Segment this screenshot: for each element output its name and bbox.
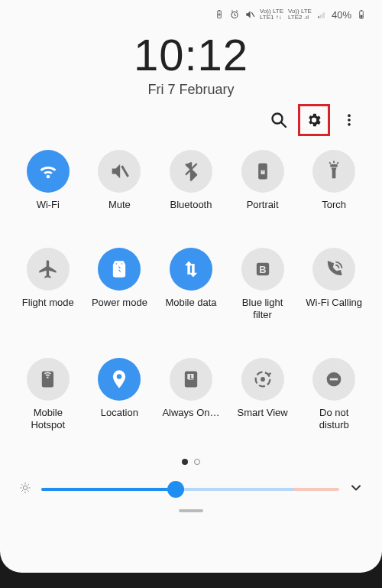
svg-rect-4	[318, 16, 319, 18]
svg-point-26	[47, 377, 48, 378]
svg-line-40	[21, 484, 23, 486]
tile-hotspot[interactable]: Mobile Hotspot	[15, 358, 81, 431]
tile-label: Flight mode	[22, 297, 74, 309]
svg-point-32	[261, 377, 265, 382]
location-icon	[98, 358, 141, 401]
sim2-status: Vo)) LTE LTE2 .ıl	[288, 8, 312, 21]
settings-button[interactable]	[302, 108, 326, 132]
tile-label: Blue light filter	[232, 297, 293, 321]
tile-label: Wi-Fi	[37, 199, 60, 211]
gear-icon	[306, 112, 322, 128]
tile-label: Always On…	[162, 407, 219, 419]
tile-label: Mute	[108, 199, 131, 211]
tile-flight[interactable]: Flight mode	[15, 248, 81, 321]
tile-label: Portrait	[247, 199, 279, 211]
svg-line-20	[329, 162, 331, 164]
page-dot[interactable]	[182, 459, 188, 465]
tile-label: Wi-Fi Calling	[306, 297, 362, 309]
sim1-status: Vo)) LTE LTE1 ↑↓	[260, 8, 283, 21]
tile-label: Mobile Hotspot	[18, 407, 79, 431]
svg-point-13	[348, 114, 351, 117]
alarm-icon	[229, 9, 240, 20]
tile-label: Do not disturb	[303, 407, 364, 431]
tile-smartview[interactable]: Smart View	[230, 358, 296, 431]
tile-portrait[interactable]: Portrait	[230, 150, 296, 211]
svg-point-35	[23, 486, 27, 489]
brightness-row	[11, 480, 371, 499]
svg-rect-9	[361, 10, 362, 11]
tile-always[interactable]: LAlways On…	[158, 358, 224, 431]
time-text: 10:12	[11, 29, 371, 80]
tile-label: Mobile data	[165, 297, 216, 309]
flight-icon	[27, 248, 70, 291]
svg-rect-10	[361, 15, 363, 18]
svg-rect-6	[322, 14, 322, 18]
always-icon: L	[170, 358, 212, 401]
svg-rect-7	[323, 12, 324, 18]
battery-icon	[356, 9, 367, 20]
wifi-icon	[27, 150, 70, 193]
bluetooth-icon	[170, 150, 212, 193]
svg-text:L: L	[189, 373, 194, 381]
search-button[interactable]	[264, 106, 293, 135]
tile-label: Bluetooth	[170, 199, 212, 211]
smartview-icon	[241, 358, 284, 401]
brightness-expand-button[interactable]	[348, 480, 364, 499]
svg-line-12	[281, 122, 286, 127]
bluelight-icon: B	[241, 248, 284, 291]
svg-rect-5	[320, 15, 321, 18]
svg-line-41	[28, 490, 29, 492]
page-dot[interactable]	[194, 459, 200, 465]
svg-rect-34	[330, 378, 338, 381]
tile-mute[interactable]: Mute	[87, 150, 153, 211]
chevron-down-icon	[348, 480, 364, 495]
tile-label: Torch	[322, 199, 346, 211]
brightness-slider[interactable]	[41, 482, 339, 497]
drag-handle[interactable]	[179, 509, 203, 512]
status-bar: Vo)) LTE LTE1 ↑↓ Vo)) LTE LTE2 .ıl 40%	[11, 6, 371, 23]
tile-label: Smart View	[237, 407, 287, 419]
settings-highlight	[298, 104, 330, 136]
tile-bluelight[interactable]: BBlue light filter	[230, 248, 296, 321]
tile-torch[interactable]: Torch	[301, 150, 367, 211]
hotspot-icon	[27, 358, 70, 401]
more-vert-icon	[342, 112, 357, 128]
panel-actions	[11, 104, 371, 136]
date-text: Fri 7 February	[11, 82, 371, 98]
mobiledata-icon	[170, 248, 212, 291]
quick-settings-panel: Vo)) LTE LTE1 ↑↓ Vo)) LTE LTE2 .ıl 40% 1…	[0, 0, 382, 573]
portrait-icon	[241, 150, 284, 193]
torch-icon	[312, 150, 355, 193]
svg-line-16	[122, 166, 128, 177]
tile-label: Power mode	[92, 297, 147, 309]
power-icon	[98, 248, 141, 291]
brightness-low-icon	[18, 481, 32, 498]
svg-point-14	[348, 119, 351, 122]
tile-label: Location	[101, 407, 138, 419]
svg-line-3	[251, 12, 254, 17]
svg-text:B: B	[259, 264, 266, 275]
tile-bluetooth[interactable]: Bluetooth	[158, 150, 224, 211]
svg-line-42	[21, 490, 23, 492]
tile-power[interactable]: Power mode	[87, 248, 153, 321]
battery-saver-icon	[214, 9, 225, 20]
quick-tiles-grid: Wi-FiMuteBluetoothPortraitTorchFlight mo…	[11, 145, 371, 440]
mute-status-icon	[244, 9, 255, 20]
svg-line-43	[28, 484, 29, 486]
battery-percentage: 40%	[332, 9, 351, 21]
more-button[interactable]	[335, 106, 364, 135]
svg-point-23	[121, 263, 123, 265]
clock-area: 10:12 Fri 7 February	[11, 29, 371, 98]
svg-point-15	[348, 123, 351, 126]
tile-wificall[interactable]: Wi-Fi Calling	[301, 248, 367, 321]
signal-icon	[316, 9, 327, 20]
page-indicator[interactable]	[11, 454, 371, 468]
search-icon	[270, 111, 288, 129]
tile-mobiledata[interactable]: Mobile data	[158, 248, 224, 321]
tile-location[interactable]: Location	[87, 358, 153, 431]
svg-line-21	[338, 162, 339, 164]
wificall-icon	[312, 248, 355, 291]
tile-wifi[interactable]: Wi-Fi	[15, 150, 81, 211]
tile-dnd[interactable]: Do not disturb	[301, 358, 367, 431]
svg-point-22	[116, 263, 118, 265]
